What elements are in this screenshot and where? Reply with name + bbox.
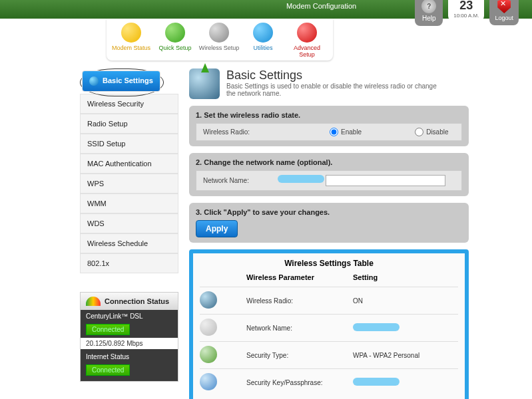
- modem-status-icon: [121, 23, 141, 43]
- security-icon: [200, 346, 217, 363]
- header-bar: Modem Configuration ? Help 23 10:00 A.M.…: [0, 0, 532, 19]
- sidebar-item-mac-auth[interactable]: MAC Authentication: [80, 154, 178, 174]
- network-icon: [200, 319, 217, 336]
- col-wireless-parameter: Wireless Parameter: [246, 273, 353, 281]
- page-icon: [189, 68, 220, 99]
- wireless-radio-label: Wireless Radio:: [203, 128, 250, 136]
- page-desc: Basic Settings is used to enable or disa…: [226, 82, 446, 97]
- sidebar-item-wireless-security[interactable]: Wireless Security: [80, 94, 178, 114]
- radio-enable[interactable]: [330, 128, 338, 136]
- help-icon: ?: [421, 0, 436, 13]
- nav-utilities[interactable]: Utilities: [242, 23, 284, 58]
- connection-status-box: Connection Status CenturyLink™ DSL Conne…: [80, 292, 178, 382]
- dot-icon: [89, 76, 99, 86]
- key-icon: [200, 373, 217, 390]
- apply-button[interactable]: Apply: [196, 220, 238, 237]
- sidebar-item-wds[interactable]: WDS: [80, 213, 178, 233]
- table-row: Security Key/Passphrase:: [200, 368, 458, 396]
- sidebar-item-wps[interactable]: WPS: [80, 174, 178, 194]
- radio-disable[interactable]: [415, 128, 423, 136]
- nav-quick-setup[interactable]: Quick Setup: [154, 23, 196, 58]
- page-title: Basic Settings: [226, 68, 446, 82]
- dsl-speed: 20.125/0.892 Mbps: [81, 338, 178, 349]
- redacted-value: [278, 175, 324, 183]
- step3-title: 3. Click "Apply" to save your changes.: [196, 208, 462, 216]
- date-display: 23 10:00 A.M.: [448, 0, 484, 21]
- step2-panel: 2. Change the network name (optional). N…: [189, 153, 469, 196]
- gauge-icon: [86, 297, 101, 306]
- highlight-circle: Basic Settings: [80, 68, 164, 96]
- internet-connected-badge: Connected: [86, 364, 130, 376]
- sidebar: Basic Settings Wireless Security Radio S…: [80, 68, 178, 399]
- status-heading: Connection Status: [81, 293, 178, 310]
- sidebar-item-wireless-schedule[interactable]: Wireless Schedule: [80, 233, 178, 253]
- step1-panel: 1. Set the wireless radio state. Wireles…: [189, 106, 469, 146]
- help-button[interactable]: ? Help: [415, 0, 443, 26]
- dsl-connected-badge: Connected: [86, 324, 130, 335]
- table-row: Wireless Radio: ON: [200, 287, 458, 314]
- redacted-value: [353, 378, 399, 386]
- step3-panel: 3. Click "Apply" to save your changes. A…: [189, 203, 469, 243]
- table-row: Security Type: WPA - WPA2 Personal: [200, 341, 458, 368]
- header-subtitle: Modem Configuration: [286, 2, 356, 10]
- status-internet-label: Internet Status: [81, 350, 178, 363]
- wireless-setup-icon: [209, 23, 229, 43]
- sidebar-item-basic-settings[interactable]: Basic Settings: [82, 70, 160, 92]
- advanced-setup-icon: [297, 23, 317, 43]
- sidebar-item-8021x[interactable]: 802.1x: [80, 253, 178, 273]
- quick-setup-icon: [165, 23, 185, 43]
- network-name-label: Network Name:: [203, 177, 249, 184]
- nav-modem-status[interactable]: Modem Status: [111, 23, 152, 58]
- redacted-value: [353, 323, 399, 331]
- network-name-input[interactable]: [326, 175, 445, 186]
- step1-title: 1. Set the wireless radio state.: [196, 111, 462, 119]
- status-dsl-label: CenturyLink™ DSL: [81, 310, 178, 323]
- content: Basic Settings Basic Settings is used to…: [189, 68, 469, 399]
- nav-advanced-setup[interactable]: Advanced Setup: [286, 23, 328, 58]
- utilities-icon: [253, 23, 273, 43]
- step2-title: 2. Change the network name (optional).: [196, 158, 462, 166]
- sidebar-item-ssid-setup[interactable]: SSID Setup: [80, 134, 178, 154]
- radio-icon: [200, 291, 217, 309]
- sidebar-item-wmm[interactable]: WMM: [80, 194, 178, 213]
- top-nav: Modem Status Quick Setup Wireless Setup …: [107, 19, 333, 61]
- table-row: Network Name:: [200, 314, 458, 341]
- logout-button[interactable]: Logout: [489, 0, 519, 25]
- table-title: Wireless Settings Table: [200, 259, 458, 268]
- col-setting: Setting: [353, 273, 458, 281]
- settings-table: Wireless Settings Table Wireless Paramet…: [189, 249, 469, 399]
- sidebar-item-radio-setup[interactable]: Radio Setup: [80, 114, 178, 134]
- shield-icon: [497, 0, 511, 13]
- nav-wireless-setup[interactable]: Wireless Setup: [198, 23, 240, 58]
